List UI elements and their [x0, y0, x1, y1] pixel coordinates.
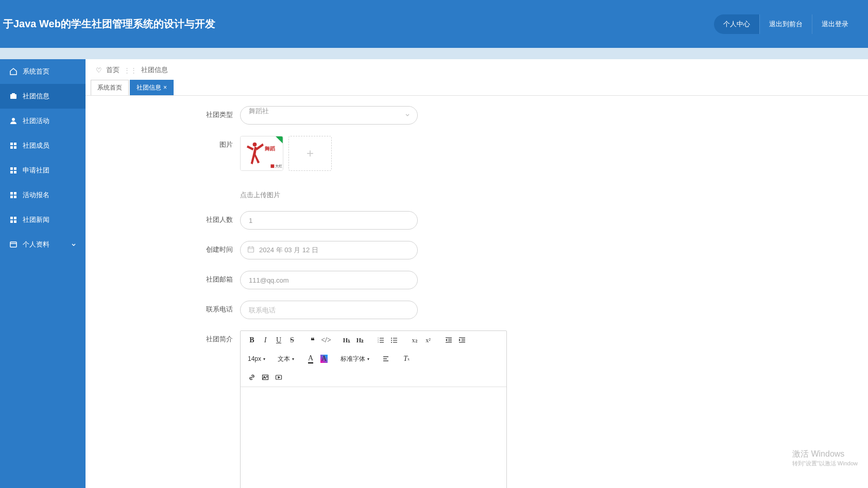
tabs: 系统首页 社团信息× — [86, 80, 868, 96]
app-header: 于Java Web的学生社团管理系统的设计与开发 个人中心 退出到前台 退出登录 — [0, 0, 868, 48]
sidebar-item-personal-info[interactable]: 个人资料 — [0, 232, 86, 257]
calendar-icon — [247, 246, 254, 255]
font-size-select[interactable]: 14px▾ — [246, 354, 267, 363]
indent-button[interactable] — [456, 334, 468, 346]
svg-rect-26 — [270, 164, 274, 168]
tab-club-info[interactable]: 社团信息× — [130, 80, 174, 95]
field-label: 社团邮箱 — [106, 271, 240, 284]
svg-rect-6 — [14, 146, 16, 149]
sidebar-item-activity-signup[interactable]: 活动报名 — [0, 183, 86, 207]
grid-icon — [9, 142, 18, 150]
text-type-select[interactable]: 文本▾ — [276, 354, 296, 364]
svg-rect-4 — [14, 143, 16, 145]
video-button[interactable] — [273, 371, 285, 384]
nav-exit-frontend[interactable]: 退出到前台 — [759, 14, 812, 34]
svg-rect-19 — [10, 242, 16, 247]
svg-text:3: 3 — [378, 341, 379, 343]
font-family-select[interactable]: 标准字体▾ — [338, 354, 371, 364]
quote-button[interactable]: ❝ — [307, 334, 319, 346]
field-label: 图片 — [106, 136, 240, 149]
sidebar-item-club-info[interactable]: 社团信息 — [0, 84, 86, 109]
sidebar-item-label: 系统首页 — [23, 67, 49, 76]
outdent-button[interactable] — [442, 334, 455, 346]
sidebar-item-label: 活动报名 — [23, 190, 49, 200]
sidebar-item-home[interactable]: 系统首页 — [0, 59, 86, 84]
field-image: 图片 — [106, 136, 847, 200]
svg-rect-14 — [14, 196, 16, 198]
tab-close-icon[interactable]: × — [163, 84, 167, 91]
field-label: 社团类型 — [106, 106, 240, 119]
superscript-button[interactable]: x² — [422, 334, 434, 346]
tab-system-home[interactable]: 系统首页 — [91, 80, 129, 95]
breadcrumb-current: 社团信息 — [141, 65, 168, 75]
svg-rect-18 — [14, 220, 16, 223]
align-button[interactable] — [380, 353, 392, 365]
sidebar-item-apply-club[interactable]: 申请社团 — [0, 158, 86, 183]
svg-rect-28 — [248, 247, 254, 252]
svg-point-41 — [391, 338, 392, 339]
italic-button[interactable]: I — [259, 334, 271, 346]
sidebar-item-club-members[interactable]: 社团成员 — [0, 133, 86, 158]
plus-icon: + — [307, 146, 314, 161]
svg-text:舞蹈: 舞蹈 — [264, 146, 275, 151]
image-button[interactable] — [259, 371, 271, 384]
svg-rect-12 — [14, 192, 16, 195]
svg-rect-11 — [10, 192, 13, 195]
main-container: 系统首页 社团信息 社团活动 社团成员 申请社团 — [0, 59, 868, 488]
phone-input[interactable] — [240, 301, 418, 319]
breadcrumb-separator: ⋮⋮ — [124, 66, 137, 74]
clear-format-button[interactable]: Tx — [400, 353, 413, 365]
editor-body[interactable] — [241, 387, 506, 488]
club-type-select[interactable]: 舞蹈社 — [240, 106, 418, 125]
subscript-button[interactable]: x₂ — [409, 334, 421, 346]
svg-rect-8 — [14, 167, 16, 170]
svg-rect-7 — [10, 167, 13, 170]
strikethrough-button[interactable]: S — [286, 334, 298, 346]
bg-color-button[interactable]: A — [318, 353, 330, 365]
svg-rect-16 — [14, 217, 16, 219]
svg-point-43 — [391, 342, 392, 343]
sidebar-item-label: 个人资料 — [23, 240, 49, 249]
editor-toolbar: B I U S ❝ </> H₁ H₂ 123 — [241, 331, 506, 387]
svg-point-2 — [12, 118, 15, 121]
svg-rect-0 — [10, 94, 16, 99]
svg-rect-1 — [12, 93, 15, 95]
svg-point-42 — [391, 340, 392, 341]
svg-marker-58 — [278, 377, 280, 378]
field-create-time: 创建时间 — [106, 241, 847, 259]
grid-icon — [9, 166, 18, 175]
image-thumbnail[interactable]: 舞蹈 大红 — [240, 136, 283, 171]
sidebar-item-club-activity[interactable]: 社团活动 — [0, 109, 86, 133]
sidebar-item-club-news[interactable]: 社团新闻 — [0, 207, 86, 232]
heading1-button[interactable]: H₁ — [341, 334, 353, 346]
ordered-list-button[interactable]: 123 — [375, 334, 387, 346]
svg-point-24 — [253, 143, 257, 147]
email-input[interactable] — [240, 271, 418, 289]
svg-rect-17 — [10, 220, 13, 223]
add-image-button[interactable]: + — [288, 136, 332, 171]
user-icon — [9, 117, 18, 125]
grid-icon — [9, 191, 18, 199]
field-label: 创建时间 — [106, 241, 240, 254]
underline-button[interactable]: U — [273, 334, 285, 346]
sidebar-item-label: 社团信息 — [23, 92, 49, 101]
member-count-input[interactable] — [240, 211, 418, 230]
link-button[interactable] — [246, 371, 258, 384]
svg-rect-55 — [263, 375, 268, 380]
field-label: 联系电话 — [106, 301, 240, 314]
field-phone: 联系电话 — [106, 301, 847, 319]
font-color-button[interactable]: A — [304, 353, 317, 365]
nav-logout[interactable]: 退出登录 — [812, 14, 858, 34]
upload-hint: 点击上传图片 — [240, 190, 332, 200]
chevron-down-icon — [71, 241, 76, 249]
nav-profile-center[interactable]: 个人中心 — [714, 14, 759, 34]
main-content: ♡ 首页 ⋮⋮ 社团信息 系统首页 社团信息× 社团类型 舞蹈社 — [86, 59, 868, 488]
heading2-button[interactable]: H₂ — [354, 334, 366, 346]
svg-rect-3 — [10, 143, 13, 145]
sidebar: 系统首页 社团信息 社团活动 社团成员 申请社团 — [0, 59, 86, 488]
breadcrumb-home[interactable]: 首页 — [106, 65, 120, 75]
unordered-list-button[interactable] — [388, 334, 400, 346]
create-time-input[interactable] — [240, 241, 418, 259]
code-button[interactable]: </> — [320, 334, 332, 346]
bold-button[interactable]: B — [246, 334, 258, 346]
